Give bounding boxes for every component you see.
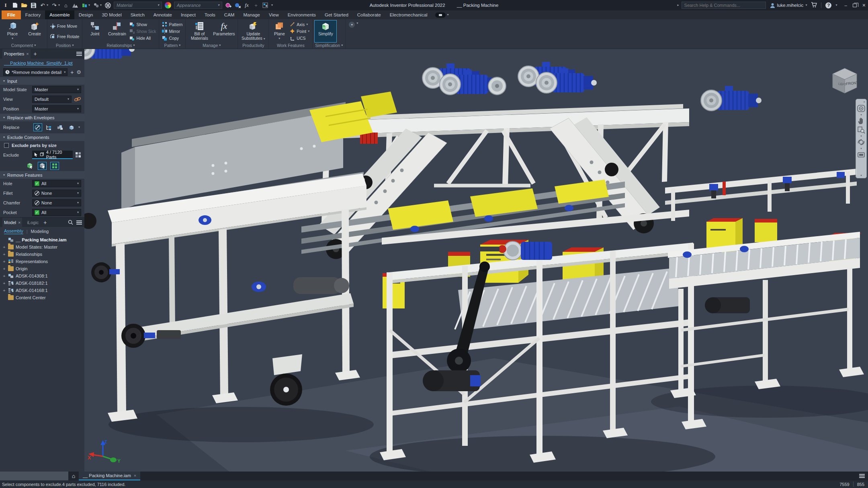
tree-node-representations[interactable]: + Representations: [2, 258, 84, 265]
undo-dropdown-icon[interactable]: ▾: [47, 4, 48, 7]
section-input[interactable]: ▾ Input: [0, 77, 84, 85]
viewport-3d-scene[interactable]: [84, 49, 868, 472]
save-icon[interactable]: [30, 2, 37, 8]
adjust-clear-icon[interactable]: [234, 2, 241, 8]
tree-node-origin[interactable]: + Origin: [2, 265, 84, 272]
ucs-button[interactable]: UCS: [290, 35, 309, 41]
selection-grid-icon[interactable]: [262, 2, 268, 8]
tab-sketch[interactable]: Sketch: [126, 10, 149, 19]
tab-ilogic[interactable]: iLogic: [25, 218, 40, 227]
preset-dropdown[interactable]: *Remove moderate detail (l ▾: [3, 68, 68, 76]
panel-label-position[interactable]: Position▾: [47, 42, 82, 49]
hide-all-button[interactable]: Hide All: [129, 35, 156, 41]
bill-of-materials-button[interactable]: Bill of Materials: [188, 20, 211, 42]
replace-more-icon[interactable]: ▾: [78, 126, 80, 129]
select-by-grid-button[interactable]: [50, 162, 59, 170]
tab-properties[interactable]: Properties×: [2, 49, 31, 59]
user-dropdown-icon[interactable]: ▾: [805, 4, 807, 7]
tab-electromechanical[interactable]: Electromechanical: [385, 10, 432, 19]
adjust-add-icon[interactable]: [225, 2, 231, 8]
screen-record-button[interactable]: [435, 12, 446, 18]
minimize-button[interactable]: –: [844, 3, 847, 8]
redo-dropdown-icon[interactable]: ▾: [58, 4, 60, 7]
place-dropdown-icon[interactable]: ▾: [12, 37, 13, 40]
cart-icon[interactable]: [811, 2, 817, 8]
help-dropdown-icon[interactable]: ▾: [835, 4, 837, 7]
exclude-selection-field[interactable]: 4 / 7120 Parts: [32, 151, 73, 159]
simplify-button[interactable]: Simplify: [315, 20, 336, 42]
panel-label-manage[interactable]: Manage▾: [186, 42, 237, 49]
ribbon-collapse-dropdown-icon[interactable]: ▾: [356, 22, 358, 25]
home-icon[interactable]: ⌂: [63, 2, 69, 8]
show-button[interactable]: Show: [129, 21, 156, 27]
hole-dropdown[interactable]: ✓ All▾: [32, 180, 81, 187]
tab-cam[interactable]: CAM: [220, 10, 239, 19]
pan-hand-icon[interactable]: [857, 117, 865, 125]
navigation-wheel-icon[interactable]: [857, 104, 865, 112]
panel-label-relationships[interactable]: Relationships▾: [82, 42, 159, 49]
tree-node-adsk-018182[interactable]: + ADSK-018182:1: [2, 280, 84, 287]
exclude-list-grid-icon[interactable]: [75, 152, 81, 158]
panel-label-component[interactable]: Component▾: [0, 42, 47, 49]
viewcube[interactable]: LEFT FRONT: [827, 63, 862, 98]
place-button[interactable]: Place ▾: [2, 20, 23, 42]
plane-dropdown-icon[interactable]: ▾: [278, 37, 280, 40]
mirror-button[interactable]: Mirror: [162, 28, 182, 34]
component-visibility-icon[interactable]: [93, 2, 99, 8]
replace-all-in-one-button[interactable]: [56, 123, 65, 131]
add-panel-tab-button[interactable]: +: [34, 51, 37, 57]
pocket-dropdown[interactable]: ✓ All▾: [32, 209, 81, 216]
tab-file[interactable]: File: [2, 10, 21, 19]
measure-icon[interactable]: [81, 2, 88, 8]
add-command-icon[interactable]: +: [253, 2, 259, 8]
appearance-override-icon[interactable]: [104, 2, 111, 8]
tab-design[interactable]: Design: [74, 10, 98, 19]
add-browser-tab-button[interactable]: +: [43, 219, 47, 226]
panel-label-productivity[interactable]: Productivity: [238, 42, 268, 49]
look-at-icon[interactable]: [857, 151, 865, 159]
constrain-button[interactable]: Constrain: [106, 20, 127, 42]
free-rotate-button[interactable]: Free Rotate: [50, 34, 79, 40]
tab-manage[interactable]: Manage: [239, 10, 264, 19]
tab-get-started[interactable]: Get Started: [320, 10, 353, 19]
navbar-close-icon[interactable]: ×: [863, 100, 865, 104]
model-tab-close-icon[interactable]: ×: [18, 220, 20, 225]
qat-overflow-icon[interactable]: ▾: [271, 4, 273, 7]
axis-button[interactable]: Axis ▾: [290, 21, 309, 27]
free-move-button[interactable]: Free Move: [50, 23, 79, 29]
browser-search-icon[interactable]: [68, 220, 73, 225]
search-arrow-icon[interactable]: ▸: [678, 4, 679, 7]
record-dropdown-icon[interactable]: ▾: [447, 13, 449, 16]
document-tab-close-icon[interactable]: ×: [134, 473, 136, 478]
panel-label-pattern[interactable]: Pattern▾: [159, 42, 185, 49]
render-icon[interactable]: [72, 2, 78, 8]
ribbon-collapse-icon[interactable]: ▾: [349, 22, 355, 28]
axis-dropdown-icon[interactable]: ▾: [306, 23, 308, 26]
properties-menu-icon[interactable]: [76, 52, 82, 56]
color-wheel-icon[interactable]: [165, 2, 171, 8]
navbar-caret-icon[interactable]: ▾: [860, 113, 862, 116]
inventor-logo-icon[interactable]: I: [2, 2, 9, 8]
appearance-dropdown[interactable]: Appearance▾: [174, 2, 222, 9]
tab-tools[interactable]: Tools: [200, 10, 220, 19]
tree-node-adsk-014168[interactable]: + ADSK-014168:1: [2, 287, 84, 294]
select-include-button[interactable]: [25, 162, 34, 170]
preset-settings-icon[interactable]: ⚙: [76, 69, 81, 75]
undo-icon[interactable]: ↶: [39, 2, 46, 8]
home-view-button[interactable]: ⌂: [68, 472, 79, 480]
copy-button[interactable]: Copy: [162, 35, 182, 41]
model-state-dropdown[interactable]: Master▾: [32, 86, 81, 93]
tab-collaborate[interactable]: Collaborate: [353, 10, 385, 19]
tree-node-content-center[interactable]: Content Center: [2, 294, 84, 301]
properties-tab-close-icon[interactable]: ×: [26, 51, 29, 56]
view-dropdown[interactable]: Default▾: [32, 96, 72, 103]
joint-button[interactable]: Joint: [84, 20, 105, 42]
help-icon[interactable]: ?: [825, 2, 831, 8]
add-preset-button[interactable]: +: [70, 69, 74, 76]
parameters-button[interactable]: fx Parameters: [212, 20, 235, 42]
measure-dropdown-icon[interactable]: ▾: [88, 4, 90, 7]
subtab-modeling[interactable]: Modeling: [31, 229, 49, 234]
simplify-document-link[interactable]: __ Packing Machine_Simplify_1.ipt: [4, 61, 73, 65]
tab-3d-model[interactable]: 3D Model: [97, 10, 126, 19]
tab-inspect[interactable]: Inspect: [176, 10, 200, 19]
